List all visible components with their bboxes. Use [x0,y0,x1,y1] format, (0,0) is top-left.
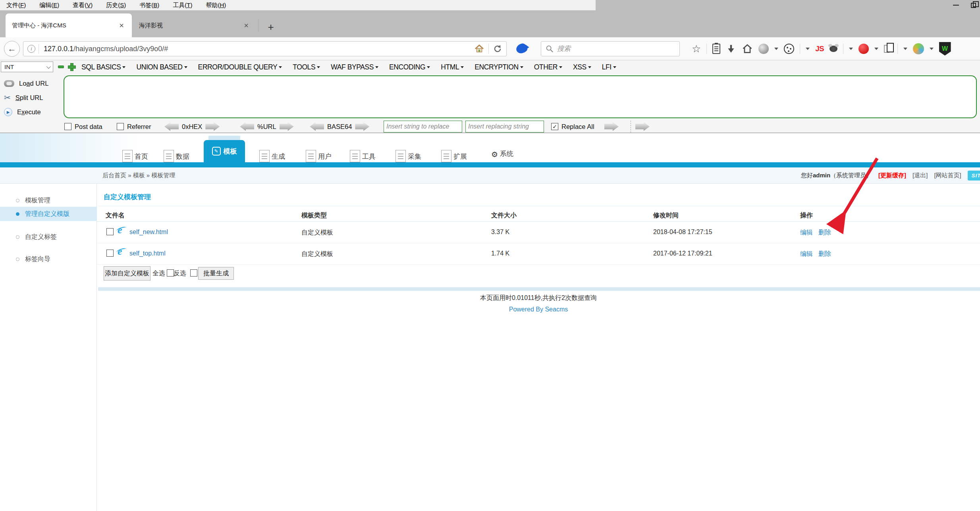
url-bar[interactable]: i 127.0.0.1/haiyangcms/upload/3vy9o0/# [23,41,507,56]
cms-tab-home[interactable]: 首页 [122,144,148,162]
file-link[interactable]: self_top.html [129,250,166,257]
delete-link[interactable]: 删除 [818,229,831,237]
search-input[interactable] [557,45,675,53]
dropdown-caret-icon[interactable] [930,48,934,50]
sidebar-item-custom-template[interactable]: 管理自定义模版 [0,207,97,221]
menu-edit[interactable]: 编辑(E) [39,2,59,9]
menu-file[interactable]: 文件(F) [6,2,26,9]
tab-close-icon[interactable]: × [242,21,250,30]
hackbar-menu-error-query[interactable]: ERROR/DOUBLE QUERY [198,63,282,71]
encode-right-arrow-icon[interactable] [280,122,294,131]
cms-tab-data[interactable]: 数据 [164,144,189,162]
sitemap-badge[interactable]: SIT [968,171,980,181]
shield-extension-icon[interactable]: W [939,42,951,56]
split-url-button[interactable]: ✂ Split URL [4,90,64,105]
referrer-checkbox[interactable] [117,123,124,130]
referrer-toggle[interactable]: Referrer [117,120,151,133]
dropdown-caret-icon[interactable] [774,48,778,50]
copy-pages-icon[interactable] [884,45,889,53]
window-minimize-icon[interactable] [953,5,959,6]
site-home-link[interactable]: [网站首页] [934,172,961,179]
decode-left-arrow-icon[interactable] [164,122,179,131]
hackbar-menu-encryption[interactable]: ENCRYPTION [475,63,523,71]
file-link[interactable]: self_new.html [129,229,168,236]
hackbar-menu-html[interactable]: HTML [441,63,464,71]
batch-generate-button[interactable]: 批量生成 [198,267,234,280]
load-url-button[interactable]: Load URL [4,76,64,90]
hackbar-add-icon[interactable] [68,63,75,70]
bookmark-star-icon[interactable]: ☆ [692,43,701,55]
cms-tab-generate[interactable]: 生成 [259,144,285,162]
delete-link[interactable]: 删除 [818,250,831,258]
hackbar-menu-other[interactable]: OTHER [534,63,562,71]
back-button[interactable]: ← [4,41,20,57]
decode-left-arrow-icon[interactable] [240,122,254,131]
sidebar-item-custom-tag[interactable]: 自定义标签 [0,230,97,244]
menu-view[interactable]: 查看(V) [73,2,93,9]
bug-icon[interactable] [830,46,837,52]
new-tab-button[interactable]: + [264,21,278,33]
replace-run-arrow-icon[interactable] [604,122,619,131]
replace-all-checkbox[interactable]: ✓ [551,123,558,130]
cookie-manager-icon[interactable] [784,44,794,54]
hackbar-menu-tools[interactable]: TOOLS [293,63,320,71]
refresh-ball-icon[interactable] [858,44,869,54]
select-all-checkbox[interactable] [167,269,174,277]
replace-target-input[interactable] [465,121,544,133]
post-data-toggle[interactable]: Post data [64,120,102,133]
refresh-cache-link[interactable]: [更新缓存] [878,172,906,179]
hackbar-menu-encoding[interactable]: ENCODING [389,63,430,71]
menu-history[interactable]: 历史(S) [106,2,126,9]
sidebar-item-tag-wizard[interactable]: 标签向导 [0,252,97,266]
execute-button[interactable]: ▶ Execute [4,105,64,119]
cms-tab-collect[interactable]: 采集 [395,144,421,162]
decode-left-arrow-icon[interactable] [310,122,324,131]
edit-link[interactable]: 编辑 [800,229,813,237]
cms-tab-users[interactable]: 用户 [306,144,332,162]
cms-tab-tools[interactable]: 工具 [350,144,376,162]
download-icon[interactable] [726,44,736,54]
extension-fish-icon[interactable] [515,42,528,54]
window-maximize-icon[interactable] [971,3,976,8]
home-outline-icon[interactable] [742,43,753,54]
hackbar-profile-select[interactable]: INT [1,61,53,72]
site-info-icon[interactable]: i [27,45,35,53]
edit-link[interactable]: 编辑 [800,250,813,258]
translator-globe-icon[interactable] [913,43,924,54]
dropdown-caret-icon[interactable] [806,48,810,50]
tab-close-icon[interactable]: × [118,21,125,30]
replace-source-input[interactable] [384,121,462,133]
hackbar-menu-xss[interactable]: XSS [573,63,591,71]
hackbar-menu-sql-basics[interactable]: SQL BASICS [81,63,125,71]
row-checkbox[interactable] [106,250,114,257]
menu-help[interactable]: 帮助(H) [206,2,226,9]
dropdown-caret-icon[interactable] [874,48,878,50]
hackbar-remove-icon[interactable] [58,65,64,68]
javascript-toggle-icon[interactable]: JS [815,44,824,53]
encode-right-arrow-icon[interactable] [355,122,369,131]
encode-right-arrow-icon[interactable] [205,122,220,131]
hackbar-url-textarea[interactable] [64,75,977,118]
menu-bookmarks[interactable]: 书签(B) [139,2,159,9]
post-data-checkbox[interactable] [64,123,71,130]
hackbar-menu-waf-bypass[interactable]: WAF BYPASS [331,63,378,71]
powered-by-link[interactable]: Powered By Seacms [97,306,980,313]
browser-tab-site[interactable]: 海洋影视 × [133,13,257,37]
bookmarks-list-icon[interactable] [712,44,720,54]
menu-tools[interactable]: 工具(T) [173,2,192,9]
dropdown-caret-icon[interactable] [903,48,907,50]
hackbar-menu-union-based[interactable]: UNION BASED [136,63,187,71]
reload-icon[interactable] [493,44,502,54]
search-bar[interactable] [541,41,680,56]
browser-tab-admin[interactable]: 管理中心 - 海洋CMS × [6,13,132,37]
cms-tab-system[interactable]: ⚙系统 [491,146,513,162]
home-icon[interactable] [474,44,484,54]
sidebar-item-template-manage[interactable]: 模板管理 [0,193,97,207]
extra-run-arrow-icon[interactable] [635,122,650,131]
cms-tab-template-active[interactable]: ✎ 模板 [204,140,245,162]
invert-select-checkbox[interactable] [190,269,197,277]
replace-all-toggle[interactable]: ✓ Replace All [551,120,594,133]
logout-link[interactable]: [退出] [912,172,928,179]
add-template-button[interactable]: 添加自定义模板 [104,266,150,280]
url-text[interactable]: 127.0.0.1/haiyangcms/upload/3vy9o0/# [44,45,474,53]
